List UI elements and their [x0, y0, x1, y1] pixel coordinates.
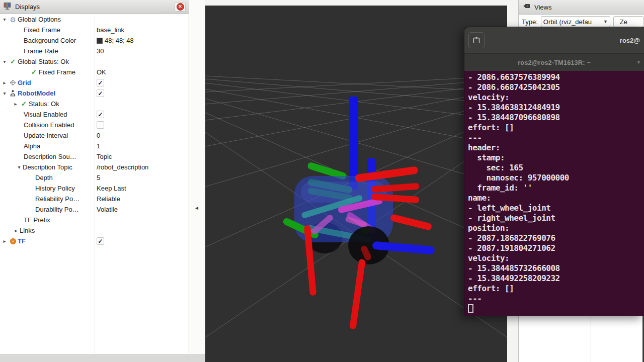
- property-label: Durability Po…: [35, 206, 79, 213]
- collapse-panel-arrow-icon[interactable]: ◄: [194, 205, 199, 211]
- display-property-row[interactable]: Frame Rate30: [0, 46, 189, 56]
- check-icon: ✓: [29, 68, 39, 76]
- terminal-tab-bar: ros2@ros2-TM1613R: ~ ▼: [464, 53, 644, 71]
- 3d-scene: [205, 6, 507, 362]
- property-value[interactable]: ✓: [97, 89, 104, 97]
- display-property-row[interactable]: Reliability Po…Reliable: [0, 194, 189, 204]
- display-property-row[interactable]: ▸Grid✓: [0, 77, 189, 88]
- property-value[interactable]: 0: [97, 132, 100, 139]
- new-tab-button[interactable]: [468, 32, 485, 48]
- display-property-row[interactable]: Update Interval0: [0, 130, 189, 141]
- 3d-viewport[interactable]: [205, 6, 507, 362]
- terminal-output[interactable]: - 2086.6637576389994 - 2086.668742504230…: [464, 71, 644, 316]
- value-text: Topic: [97, 153, 112, 160]
- display-property-row[interactable]: Visual Enabled✓: [0, 109, 189, 120]
- value-text: /robot_description: [97, 163, 148, 171]
- expander-closed-icon[interactable]: ▸: [12, 101, 19, 107]
- property-value[interactable]: Keep Last: [97, 185, 126, 192]
- display-property-row[interactable]: ▸TF✓: [0, 236, 189, 246]
- property-label: Alpha: [24, 142, 40, 150]
- property-label: Background Color: [24, 37, 76, 44]
- indent-spacer: [0, 104, 12, 104]
- indent-spacer: [0, 177, 35, 178]
- expander-open-icon[interactable]: ▾: [1, 59, 8, 64]
- display-property-row[interactable]: TF Prefix: [0, 215, 189, 225]
- terminal-text: - 2086.6637576389994 - 2086.668742504230…: [468, 72, 644, 315]
- displays-icon: [3, 2, 12, 12]
- property-label: Depth: [35, 174, 53, 182]
- display-property-row[interactable]: Fixed Framebase_link: [0, 25, 189, 35]
- expander-open-icon[interactable]: ▾: [16, 164, 23, 170]
- display-property-row[interactable]: Background Color48; 48; 48: [0, 35, 189, 46]
- close-button[interactable]: ✕: [175, 2, 186, 12]
- property-label: Reliability Po…: [35, 195, 79, 203]
- expander-closed-icon[interactable]: ▸: [1, 238, 8, 244]
- indent-spacer: [0, 40, 24, 41]
- indent-spacer: [0, 114, 24, 115]
- terminal-cursor: [468, 304, 473, 313]
- robot-icon: [8, 89, 18, 97]
- checkbox-checked[interactable]: ✓: [97, 237, 104, 245]
- property-label: RobotModel: [18, 89, 55, 97]
- checkbox-checked[interactable]: ✓: [97, 79, 104, 86]
- checkbox-unchecked[interactable]: [97, 121, 104, 129]
- terminal-window-title: ros2@: [620, 37, 640, 44]
- property-value[interactable]: ✓: [97, 79, 104, 86]
- property-label: Visual Enabled: [24, 111, 67, 118]
- value-text: 48; 48; 48: [105, 37, 134, 44]
- check-icon: ✓: [19, 100, 29, 108]
- display-property-row[interactable]: Description Sou…Topic: [0, 151, 189, 162]
- property-value[interactable]: Topic: [97, 153, 112, 160]
- property-value[interactable]: 48; 48; 48: [97, 37, 134, 44]
- property-value[interactable]: base_link: [97, 26, 124, 34]
- type-label: Type:: [522, 18, 538, 26]
- view-type-dropdown[interactable]: Orbit (rviz_defau ▼: [541, 16, 610, 27]
- property-value[interactable]: OK: [97, 68, 106, 76]
- property-label: Fixed Frame: [24, 26, 60, 34]
- display-property-row[interactable]: ▾⚙Global Options: [0, 14, 189, 25]
- expander-open-icon[interactable]: ▾: [1, 90, 8, 96]
- property-value[interactable]: /robot_description: [97, 163, 148, 171]
- property-value[interactable]: ✓: [97, 111, 104, 118]
- zero-button[interactable]: Ze: [613, 16, 643, 27]
- views-icon: [523, 3, 531, 12]
- property-value[interactable]: Reliable: [97, 195, 120, 203]
- display-property-row[interactable]: ▾✓Global Status: Ok: [0, 56, 189, 67]
- indent-spacer: [0, 125, 24, 125]
- indent-spacer: [0, 51, 24, 51]
- checkbox-checked[interactable]: ✓: [97, 89, 104, 97]
- property-value[interactable]: [97, 121, 104, 129]
- grid-icon: [8, 79, 18, 86]
- property-label: Fixed Frame: [39, 68, 75, 76]
- display-property-row[interactable]: History PolicyKeep Last: [0, 183, 189, 194]
- display-property-row[interactable]: Durability Po…Volatile: [0, 204, 189, 215]
- display-property-row[interactable]: Collision Enabled: [0, 120, 189, 130]
- expander-open-icon[interactable]: ▾: [1, 17, 8, 22]
- terminal-titlebar[interactable]: ros2@: [464, 27, 644, 53]
- property-value[interactable]: 30: [97, 47, 104, 55]
- property-value[interactable]: Volatile: [97, 206, 118, 213]
- display-property-row[interactable]: ▾Description Topic/robot_description: [0, 162, 189, 172]
- value-text: Keep Last: [97, 185, 126, 192]
- property-value[interactable]: 5: [97, 174, 100, 182]
- checkbox-checked[interactable]: ✓: [97, 111, 104, 118]
- tab-list-chevron-icon[interactable]: ▼: [636, 60, 641, 65]
- expander-closed-icon[interactable]: ▸: [1, 80, 8, 85]
- property-value[interactable]: ✓: [97, 237, 104, 245]
- displays-panel-header[interactable]: Displays ✕: [0, 0, 189, 14]
- display-property-row[interactable]: ▸✓Status: Ok: [0, 99, 189, 109]
- terminal-tab[interactable]: ros2@ros2-TM1613R: ~: [518, 59, 591, 66]
- indent-spacer: [0, 72, 29, 72]
- property-value[interactable]: 1: [97, 142, 100, 150]
- display-property-row[interactable]: ✓Fixed FrameOK: [0, 67, 189, 77]
- new-tab-icon: [472, 36, 480, 44]
- terminal-window: ros2@ ros2@ros2-TM1613R: ~ ▼ - 2086.6637…: [464, 27, 644, 316]
- display-property-row[interactable]: ▾RobotModel✓: [0, 88, 189, 99]
- display-property-row[interactable]: Alpha1: [0, 141, 189, 151]
- views-panel-header[interactable]: Views: [519, 0, 644, 15]
- display-property-row[interactable]: ▸Links: [0, 225, 189, 236]
- property-label: Global Status: Ok: [18, 58, 69, 65]
- expander-closed-icon[interactable]: ▸: [13, 228, 20, 233]
- displays-panel-title: Displays: [15, 3, 40, 11]
- display-property-row[interactable]: Depth5: [0, 172, 189, 183]
